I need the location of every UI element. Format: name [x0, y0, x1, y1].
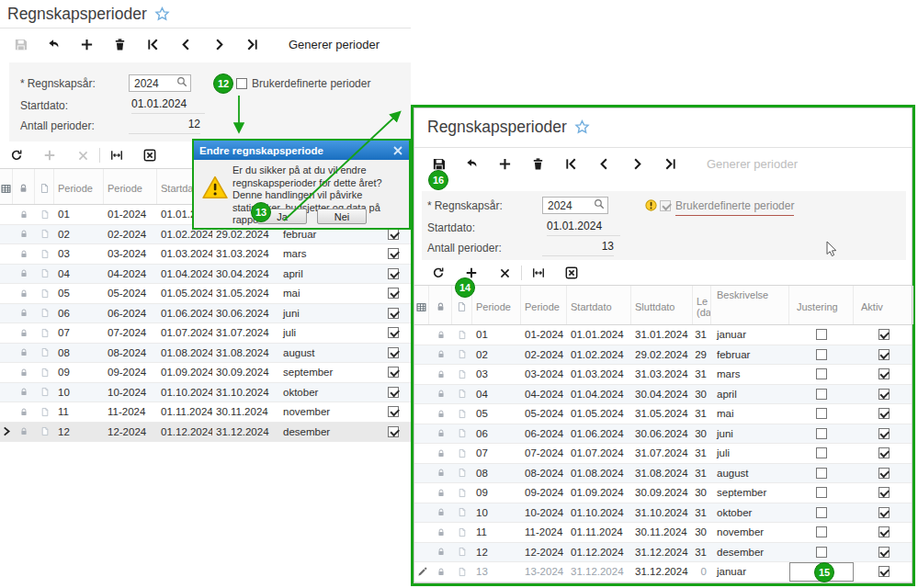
note-icon[interactable]	[452, 523, 472, 542]
justering-checkbox[interactable]	[816, 447, 827, 458]
period-row[interactable]: 11 11-2024 01.11.2024 30.11.2024 30 nove…	[414, 523, 912, 543]
justering-cell[interactable]	[789, 523, 854, 542]
startdate-value[interactable]: 01.01.2024	[547, 220, 620, 236]
fit-width-button[interactable]	[522, 262, 555, 284]
period-row[interactable]: 01 01-2024 01.01.2024 31.01.2024 31 janu…	[414, 325, 912, 345]
favorite-star-icon[interactable]	[154, 6, 170, 22]
lock-column-header[interactable]	[13, 169, 35, 204]
col-header-justering[interactable]: Justering	[789, 286, 854, 324]
note-icon[interactable]	[35, 205, 54, 224]
delete-row-button[interactable]	[488, 262, 521, 284]
row-selector-cell[interactable]	[414, 424, 429, 444]
export-excel-button[interactable]	[555, 262, 588, 284]
note-icon[interactable]	[452, 404, 472, 424]
aktiv-checkbox[interactable]	[878, 389, 890, 400]
period-row[interactable]: 12 12-2024 01.12.2024 31.12.2024 desembe…	[0, 423, 411, 443]
delete-button[interactable]	[103, 31, 136, 59]
go-last-button[interactable]	[235, 31, 268, 59]
col-header-beskrivelse[interactable]: Beskrivelse	[711, 286, 789, 324]
period-row[interactable]: 03 03-2024 01.03.2024 31.03.2024 31 mars	[414, 365, 912, 385]
note-icon[interactable]	[452, 385, 472, 404]
period-row[interactable]: 07 07-2024 01.07.2024 31.07.2024 juli	[0, 323, 411, 344]
justering-checkbox[interactable]	[816, 566, 827, 577]
note-icon[interactable]	[452, 424, 472, 444]
justering-cell[interactable]	[789, 385, 854, 404]
period-row[interactable]: 04 04-2024 01.04.2024 30.04.2024 april	[0, 265, 411, 285]
periode-cell[interactable]: 04	[54, 265, 104, 284]
justering-cell[interactable]	[789, 325, 854, 345]
justering-cell[interactable]	[789, 444, 854, 463]
periode-cell[interactable]: 11	[472, 523, 521, 542]
periode-cell[interactable]: 06	[472, 424, 521, 444]
row-selector-cell[interactable]	[414, 503, 429, 523]
justering-cell[interactable]	[789, 345, 854, 365]
row-selector-cell[interactable]	[0, 225, 13, 244]
go-next-button[interactable]	[620, 151, 653, 178]
row-selector-cell[interactable]	[0, 344, 13, 363]
justering-cell[interactable]	[789, 404, 854, 424]
close-icon[interactable]	[392, 145, 403, 156]
period-count-value[interactable]: 12	[129, 118, 200, 134]
add-row-button[interactable]	[33, 144, 66, 166]
col-header-startdato[interactable]: Startdato	[567, 286, 631, 324]
row-selector-cell[interactable]	[0, 205, 13, 224]
periode-cell[interactable]: 02	[54, 225, 104, 244]
add-button[interactable]	[70, 31, 103, 59]
note-icon[interactable]	[35, 244, 54, 264]
periode-cell[interactable]: 08	[472, 464, 521, 483]
justering-checkbox[interactable]	[816, 507, 827, 518]
note-icon[interactable]	[35, 402, 54, 422]
notes-column-header[interactable]	[452, 286, 472, 324]
justering-checkbox[interactable]	[816, 428, 827, 439]
aktiv-checkbox[interactable]	[388, 387, 399, 398]
periode-cell[interactable]: 13	[472, 562, 521, 582]
col-header-periode[interactable]: Periode	[54, 169, 104, 204]
aktiv-checkbox[interactable]	[388, 347, 399, 358]
row-selector-cell[interactable]	[414, 543, 429, 562]
aktiv-checkbox[interactable]	[878, 526, 890, 537]
note-icon[interactable]	[35, 284, 54, 303]
period-row[interactable]: 07 07-2024 01.07.2024 31.07.2024 31 juli	[414, 444, 912, 464]
lookup-icon[interactable]	[594, 198, 605, 212]
row-selector-cell[interactable]	[414, 562, 429, 582]
periode-cell[interactable]: 05	[472, 404, 521, 424]
user-defined-periods-checkbox[interactable]	[660, 200, 671, 211]
periode-cell[interactable]: 12	[472, 543, 521, 562]
note-icon[interactable]	[452, 444, 472, 463]
row-selector-cell[interactable]	[414, 404, 429, 424]
row-selector-cell[interactable]	[414, 483, 429, 503]
row-selector-cell[interactable]	[0, 284, 13, 303]
row-selector-cell[interactable]	[414, 464, 429, 483]
aktiv-checkbox[interactable]	[878, 487, 890, 498]
aktiv-checkbox[interactable]	[878, 547, 890, 558]
row-selector-cell[interactable]	[414, 365, 429, 384]
aktiv-checkbox[interactable]	[388, 248, 399, 259]
aktiv-checkbox[interactable]	[878, 368, 890, 379]
aktiv-checkbox[interactable]	[878, 447, 890, 458]
periode-cell[interactable]: 02	[472, 345, 521, 365]
periode-cell[interactable]: 06	[54, 304, 104, 323]
periode-cell[interactable]: 08	[54, 344, 104, 363]
note-icon[interactable]	[452, 483, 472, 503]
aktiv-checkbox[interactable]	[878, 507, 890, 518]
period-row[interactable]: 09 09-2024 01.09.2024 30.09.2024 septemb…	[0, 363, 411, 383]
go-next-button[interactable]	[202, 31, 235, 59]
note-icon[interactable]	[35, 344, 54, 363]
row-selector-cell[interactable]	[0, 304, 13, 323]
justering-checkbox[interactable]	[816, 547, 827, 558]
justering-cell[interactable]	[789, 543, 854, 562]
periode-cell[interactable]: 11	[54, 402, 104, 422]
row-selector-cell[interactable]	[414, 523, 429, 542]
col-header-lengde[interactable]: Le (da	[693, 286, 711, 324]
justering-cell[interactable]	[789, 503, 854, 523]
aktiv-checkbox[interactable]	[388, 288, 399, 299]
note-icon[interactable]	[35, 225, 54, 244]
note-icon[interactable]	[452, 365, 472, 384]
period-row[interactable]: 08 08-2024 01.08.2024 31.08.2024 august	[0, 344, 411, 364]
justering-checkbox[interactable]	[816, 408, 827, 419]
notes-column-header[interactable]	[35, 169, 54, 204]
row-selector-cell[interactable]	[414, 325, 429, 345]
justering-cell[interactable]	[789, 424, 854, 444]
periode-cell[interactable]: 10	[54, 383, 104, 402]
justering-cell[interactable]	[789, 562, 854, 582]
